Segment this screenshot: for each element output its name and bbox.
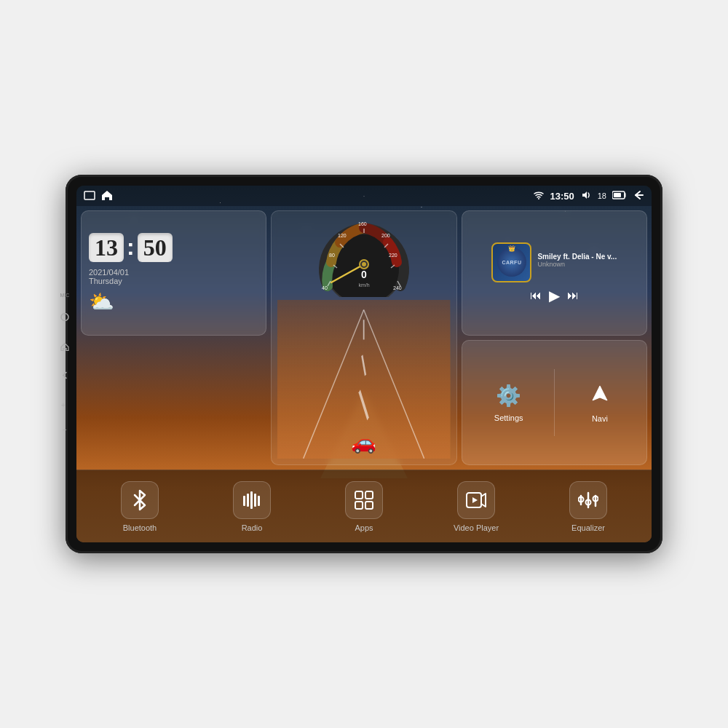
- clock-colon: :: [127, 233, 135, 262]
- weather-icon: ⛅: [89, 290, 114, 314]
- navi-icon: [590, 383, 610, 408]
- svg-rect-42: [355, 502, 363, 509]
- svg-rect-35: [243, 496, 245, 506]
- clock-hours: 13: [89, 233, 124, 262]
- svg-text:80: 80: [329, 253, 335, 258]
- music-artist: Unknown: [537, 261, 617, 268]
- side-controls: MIC + −: [58, 293, 71, 436]
- svg-rect-36: [247, 494, 249, 507]
- window-icon: [84, 191, 95, 202]
- svg-point-5: [538, 198, 539, 199]
- settings-icon: ⚙️: [496, 384, 521, 408]
- navi-label: Navi: [592, 414, 608, 423]
- svg-rect-7: [614, 193, 621, 197]
- clock-widget[interactable]: 13 : 50 2021/04/01 Thursday ⛅: [81, 210, 266, 336]
- home-icon[interactable]: [101, 190, 113, 202]
- divider: [554, 369, 555, 436]
- radio-label: Radio: [242, 523, 263, 532]
- settings-label: Settings: [494, 414, 523, 422]
- svg-text:0: 0: [361, 269, 367, 280]
- music-info: Smiley ft. Delia - Ne v... Unknown: [537, 253, 617, 272]
- volume-down-button[interactable]: −: [58, 423, 71, 436]
- settings-tile[interactable]: ⚙️ Settings: [468, 384, 550, 422]
- svg-rect-39: [258, 496, 260, 506]
- music-info-row: CARFU 👑 Smiley ft. Delia - Ne v... Unkno…: [491, 242, 617, 282]
- clock-day: Thursday: [89, 277, 122, 285]
- mic-label: MIC: [60, 293, 70, 298]
- svg-text:+: +: [61, 401, 66, 409]
- svg-text:−: −: [63, 426, 67, 434]
- equalizer-icon-container: [569, 481, 607, 519]
- bottom-bar: Bluetooth Radio: [76, 470, 652, 542]
- music-logo: CARFU 👑: [491, 242, 531, 282]
- clock-display: 13 : 50: [89, 233, 173, 262]
- svg-text:200: 200: [381, 233, 390, 238]
- clock-date: 2021/04/01: [89, 268, 129, 277]
- bluetooth-icon: [130, 489, 149, 511]
- volume-icon: [580, 190, 592, 202]
- volume-up-button[interactable]: +: [58, 398, 71, 411]
- clock-minutes: 50: [138, 233, 173, 262]
- bluetooth-label: Bluetooth: [123, 523, 157, 532]
- speedometer-widget[interactable]: 40 80 120 160 200 220 240 0 km/h: [271, 210, 456, 465]
- status-bar-left: [84, 190, 113, 202]
- equalizer-button[interactable]: Equalizer: [532, 481, 644, 532]
- car-icon: 🚗: [351, 430, 376, 454]
- bluetooth-icon-container: [121, 481, 159, 519]
- apps-icon: [354, 490, 374, 510]
- svg-rect-41: [365, 491, 373, 499]
- video-player-button[interactable]: Video Player: [420, 481, 532, 532]
- back-side-button[interactable]: [58, 369, 71, 382]
- road-view: 🚗: [277, 300, 450, 459]
- status-bar: 13:50 18: [76, 186, 652, 206]
- svg-rect-40: [355, 491, 363, 499]
- svg-text:240: 240: [393, 285, 402, 290]
- apps-icon-container: [345, 481, 383, 519]
- prev-button[interactable]: ⏮: [530, 289, 542, 302]
- battery-icon: [612, 191, 627, 201]
- radio-icon-container: [233, 481, 271, 519]
- music-logo-inner: CARFU: [497, 248, 526, 277]
- svg-text:120: 120: [338, 233, 347, 238]
- navi-tile[interactable]: Navi: [559, 383, 641, 423]
- video-player-label: Video Player: [454, 523, 499, 532]
- radio-button[interactable]: Radio: [196, 481, 308, 532]
- status-time: 13:50: [550, 191, 574, 202]
- equalizer-label: Equalizer: [571, 523, 605, 532]
- play-button[interactable]: ▶: [549, 287, 560, 304]
- video-icon-container: [457, 481, 495, 519]
- music-title: Smiley ft. Delia - Ne v...: [537, 253, 617, 261]
- status-bar-right: 13:50 18: [533, 190, 645, 202]
- svg-point-26: [362, 262, 366, 266]
- radio-icon: [242, 490, 262, 510]
- svg-text:40: 40: [322, 285, 328, 290]
- back-icon[interactable]: [633, 190, 644, 202]
- music-logo-text: CARFU: [502, 260, 521, 265]
- music-widget[interactable]: CARFU 👑 Smiley ft. Delia - Ne v... Unkno…: [462, 210, 647, 336]
- main-screen: 13:50 18: [76, 186, 652, 542]
- apps-button[interactable]: Apps: [308, 481, 420, 532]
- svg-text:160: 160: [358, 221, 367, 226]
- svg-text:220: 220: [389, 253, 397, 258]
- svg-rect-38: [254, 494, 256, 507]
- music-controls: ⏮ ▶ ⏭: [530, 287, 579, 304]
- svg-rect-4: [84, 191, 95, 199]
- apps-label: Apps: [355, 523, 373, 532]
- svg-rect-37: [250, 491, 253, 509]
- equalizer-icon: [578, 490, 598, 510]
- bluetooth-button[interactable]: Bluetooth: [84, 481, 196, 532]
- speedometer-dial: 40 80 120 160 200 220 240 0 km/h: [313, 217, 415, 297]
- video-icon: [465, 490, 487, 510]
- settings-widget[interactable]: ⚙️ Settings Navi: [462, 340, 647, 465]
- car-head-unit: MIC + −: [66, 175, 662, 553]
- home-side-button[interactable]: [58, 340, 71, 353]
- wifi-icon: [533, 190, 545, 202]
- svg-text:km/h: km/h: [358, 282, 369, 288]
- volume-level: 18: [598, 191, 606, 200]
- power-button[interactable]: [58, 311, 71, 324]
- next-button[interactable]: ⏭: [567, 289, 579, 302]
- svg-rect-43: [365, 502, 373, 509]
